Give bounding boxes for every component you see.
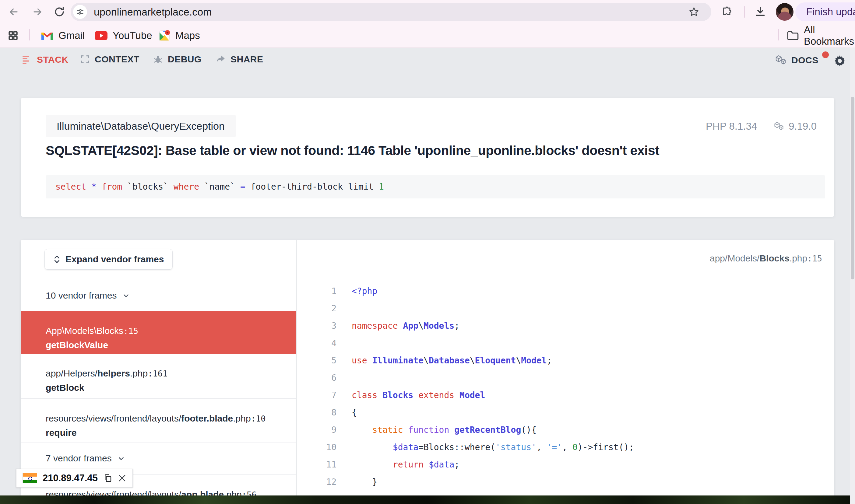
code-token: (){ — [521, 425, 536, 435]
code-token: return — [393, 460, 429, 470]
code-token: `name` — [204, 182, 240, 192]
frame-method: getBlock — [46, 382, 296, 394]
line-number: 5 — [297, 352, 336, 369]
code-token: `blocks` — [127, 182, 174, 192]
line-number: 3 — [297, 317, 336, 335]
code-lines: 1<?php23namespace App\Models;45use Illum… — [297, 283, 834, 496]
settings-button[interactable] — [833, 54, 847, 68]
code-token: { — [352, 408, 357, 417]
scrollbar-thumb[interactable] — [851, 97, 854, 280]
code-token: $data — [429, 460, 454, 470]
line-code — [336, 369, 352, 386]
line-number: 6 — [297, 369, 336, 386]
site-info-icon[interactable] — [73, 5, 87, 19]
all-bookmarks-label: All Bookmarks — [804, 24, 855, 47]
tab-stack[interactable]: STACK — [21, 54, 69, 65]
code-token: namespace — [352, 321, 403, 331]
copy-icon[interactable] — [103, 473, 112, 483]
frame-method: getBlockValue — [46, 339, 296, 351]
code-token: \ — [418, 321, 424, 331]
forward-icon[interactable] — [31, 5, 44, 19]
code-line: 13 — [297, 491, 834, 496]
code-token: Blocks — [382, 390, 413, 400]
extensions-icon[interactable] — [720, 5, 734, 19]
expand-area: Expand vendor frames — [21, 240, 296, 280]
line-number: 8 — [297, 404, 336, 421]
code-line: 6 — [297, 369, 834, 386]
laravel-logo-icon — [773, 121, 784, 132]
code-token: use — [352, 356, 372, 365]
address-bar[interactable]: uponlinemarketplace.com — [71, 3, 711, 21]
code-line: 12 } — [297, 473, 834, 491]
code-line: 2 — [297, 300, 834, 317]
code-token — [352, 442, 393, 452]
laravel-logo-icon — [774, 54, 787, 66]
share-button[interactable]: SHARE — [216, 54, 263, 65]
bookmark-maps[interactable]: Maps — [159, 24, 200, 47]
bookmark-star-icon[interactable] — [687, 5, 701, 19]
bookmark-youtube[interactable]: YouTube — [94, 24, 152, 47]
scrollbar-track[interactable] — [850, 48, 855, 504]
code-token: class — [352, 390, 382, 400]
code-token: Models — [424, 321, 454, 331]
back-icon[interactable] — [7, 5, 21, 19]
reload-icon[interactable] — [52, 5, 66, 19]
code-token — [352, 425, 372, 435]
finish-update-button[interactable]: Finish update — [795, 2, 855, 21]
code-token: footer-third-block limit — [245, 182, 379, 192]
toolbar-separator — [744, 6, 745, 18]
code-token: \ — [516, 356, 521, 365]
bookmark-label: Maps — [175, 30, 200, 41]
code-token: \ — [424, 356, 429, 365]
share-icon — [216, 54, 226, 65]
code-token: '=' — [547, 442, 563, 452]
url-text[interactable]: uponlinemarketplace.com — [94, 3, 212, 21]
code-file-path: app/Models/Blocks.php:15 — [710, 253, 822, 264]
code-token: 0 — [572, 442, 577, 452]
vendor-frames-toggle[interactable]: 10 vendor frames — [21, 280, 296, 311]
line-number: 1 — [297, 283, 336, 300]
stack-frame[interactable]: resources/views/frontend/layouts/footer.… — [21, 399, 296, 443]
code-token — [449, 425, 454, 435]
docs-link[interactable]: DOCS — [774, 54, 818, 66]
frame-list: 10 vendor framesApp\Models\Blocks:15getB… — [21, 280, 296, 496]
frames-panel: Expand vendor frames 10 vendor framesApp… — [21, 240, 297, 496]
frame-path: app/Helpers/helpers.php:161 — [46, 368, 296, 379]
line-code — [336, 335, 352, 352]
expand-vendor-frames-button[interactable]: Expand vendor frames — [44, 249, 173, 270]
all-bookmarks[interactable]: All Bookmarks — [787, 24, 855, 47]
stack-frame-active[interactable]: App\Models\Blocks:15getBlockValue — [21, 311, 296, 354]
docs-label: DOCS — [791, 55, 818, 66]
code-token: * — [91, 182, 96, 192]
code-line: 11 return $data; — [297, 456, 834, 473]
line-number: 4 — [297, 335, 336, 352]
frame-path: App\Models\Blocks:15 — [46, 325, 296, 337]
sql-query[interactable]: select * from `blocks` where `name` = fo… — [46, 175, 825, 198]
avatar[interactable] — [776, 3, 794, 21]
code-token: Eloquent — [475, 356, 516, 365]
maps-icon — [159, 30, 171, 42]
apps-grid-icon[interactable] — [7, 24, 19, 47]
code-token: extends — [413, 390, 460, 400]
tab-debug[interactable]: DEBUG — [153, 54, 201, 65]
line-code: $data=Blocks::where('status', '=', 0)->f… — [336, 438, 634, 456]
code-token: static — [372, 425, 403, 435]
line-code: } — [336, 473, 377, 491]
line-number: 7 — [297, 386, 336, 404]
tab-context[interactable]: CONTEXT — [80, 54, 140, 65]
line-number: 9 — [297, 421, 336, 438]
close-icon[interactable] — [118, 474, 126, 482]
code-token: ; — [547, 356, 552, 365]
code-token: Illuminate — [372, 356, 424, 365]
line-number: 13 — [297, 491, 336, 496]
code-token — [403, 425, 408, 435]
code-line: 10 $data=Blocks::where('status', '=', 0)… — [297, 438, 834, 456]
browser-toolbar: uponlinemarketplace.com Finish update — [0, 0, 855, 48]
line-code: static function getRecentBlog(){ — [336, 421, 536, 438]
download-icon[interactable] — [753, 5, 767, 19]
php-version: PHP 8.1.34 — [706, 121, 757, 132]
bookmark-gmail[interactable]: Gmail — [41, 24, 85, 47]
chevron-down-icon — [117, 453, 125, 463]
stack-frame[interactable]: app/Helpers/helpers.php:161getBlock — [21, 354, 296, 399]
line-code: return $data; — [336, 456, 460, 473]
